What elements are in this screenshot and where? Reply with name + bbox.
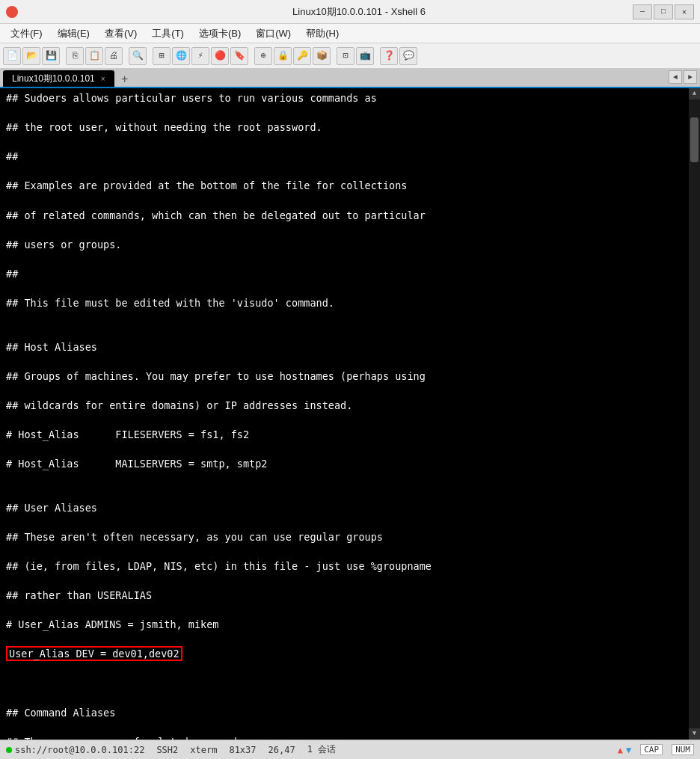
num-lock-indicator: NUM [672, 744, 694, 755]
menu-help[interactable]: 帮助(H) [298, 25, 346, 42]
size-label: 81x37 [229, 745, 256, 755]
scroll-up-button[interactable]: ▲ [689, 88, 700, 99]
scroll-thumb[interactable] [690, 117, 699, 162]
active-tab[interactable]: Linux10期10.0.0.101 × [3, 70, 114, 87]
menu-file[interactable]: 文件(F) [3, 25, 50, 42]
status-right-area: ▲ ▼ CAP NUM [618, 744, 694, 755]
agent-button[interactable]: 📦 [313, 47, 331, 65]
app-icon [6, 6, 18, 18]
window-controls: — □ ✕ [633, 4, 694, 19]
menubar: 文件(F) 编辑(E) 查看(V) 工具(T) 选项卡(B) 窗口(W) 帮助(… [0, 24, 700, 43]
chat-button[interactable]: 💬 [399, 47, 417, 65]
maximize-button[interactable]: □ [654, 4, 673, 19]
new-session-button[interactable]: 📄 [3, 47, 21, 65]
terminal-area[interactable]: ## Sudoers allows particular users to ru… [0, 88, 700, 740]
open-button[interactable]: 📂 [22, 47, 40, 65]
connection-indicator [6, 747, 12, 753]
position-label: 26,47 [268, 745, 295, 755]
terminal-content: ## Sudoers allows particular users to ru… [6, 91, 682, 740]
window-title: Linux10期10.0.0.101 - Xshell 6 [24, 5, 694, 19]
tunnel-button[interactable]: ⊡ [337, 47, 354, 65]
lock-button[interactable]: 🔒 [274, 47, 292, 65]
bookmark-button[interactable]: 🔖 [230, 47, 248, 65]
paste-button[interactable]: 📋 [85, 47, 103, 65]
scroll-down-button[interactable]: ▼ [689, 728, 700, 740]
statusbar: ssh://root@10.0.0.101:22 SSH2 xterm 81x3… [0, 740, 700, 759]
download-indicator: ▼ [626, 745, 631, 755]
tab-close-button[interactable]: × [101, 75, 105, 83]
zoom-button[interactable]: ⊕ [254, 47, 272, 65]
scrollbar[interactable]: ▲ ▼ [689, 88, 700, 740]
term-label: xterm [190, 745, 217, 755]
menu-tabs[interactable]: 选项卡(B) [191, 25, 248, 42]
tabbar: Linux10期10.0.0.101 × + ◄ ► [0, 69, 700, 88]
menu-tools[interactable]: 工具(T) [144, 25, 191, 42]
key-button[interactable]: 🔑 [293, 47, 311, 65]
network-indicators: ▲ ▼ [618, 745, 631, 755]
record-button[interactable]: 🔴 [211, 47, 229, 65]
copy-button[interactable]: ⎘ [66, 47, 84, 65]
new-tab-button[interactable]: + [117, 72, 132, 87]
toolbar: 📄 📂 💾 ⎘ 📋 🖨 🔍 ⊞ 🌐 ⚡ 🔴 🔖 ⊕ 🔒 🔑 📦 ⊡ 📺 ❓ 💬 [0, 43, 700, 69]
menu-edit[interactable]: 编辑(E) [50, 25, 97, 42]
monitor-button[interactable]: 📺 [356, 47, 374, 65]
minimize-button[interactable]: — [633, 4, 652, 19]
tab-label: Linux10期10.0.0.101 [12, 73, 95, 85]
ssh-address: ssh://root@10.0.0.101:22 [15, 745, 144, 755]
titlebar: Linux10期10.0.0.101 - Xshell 6 — □ ✕ [0, 0, 700, 24]
upload-indicator: ▲ [618, 745, 623, 755]
ssh-status: ssh://root@10.0.0.101:22 [6, 745, 144, 755]
sessions-label: 1 会话 [307, 743, 336, 756]
search-button[interactable]: 🔍 [129, 47, 147, 65]
help-button[interactable]: ❓ [380, 47, 398, 65]
close-button[interactable]: ✕ [675, 4, 694, 19]
tab-prev-button[interactable]: ◄ [669, 70, 682, 84]
menu-view[interactable]: 查看(V) [97, 25, 144, 42]
caps-lock-indicator: CAP [640, 744, 663, 755]
save-button[interactable]: 💾 [42, 47, 60, 65]
tab-navigation: ◄ ► [669, 70, 697, 84]
menu-window[interactable]: 窗口(W) [248, 25, 298, 42]
globe-button[interactable]: 🌐 [172, 47, 190, 65]
lightning-button[interactable]: ⚡ [191, 47, 209, 65]
transfer-button[interactable]: ⊞ [153, 47, 171, 65]
protocol-label: SSH2 [156, 745, 178, 755]
tab-next-button[interactable]: ► [684, 70, 697, 84]
print-button[interactable]: 🖨 [105, 47, 123, 65]
